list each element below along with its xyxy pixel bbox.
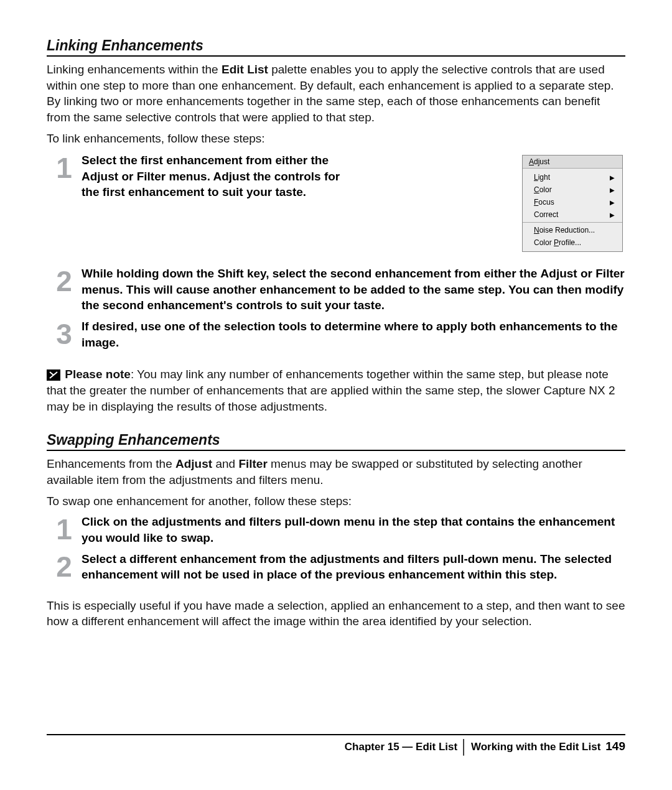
menu-header: Adjust xyxy=(523,156,622,169)
step-number-1: 1 xyxy=(47,152,82,182)
please-note-block: Please note: You may link any number of … xyxy=(47,366,625,414)
menu-item-profile: Color Profile... xyxy=(523,236,622,249)
linking-para1: Linking enhancements within the Edit Lis… xyxy=(47,62,625,126)
swapping-para1: Enhancements from the Adjust and Filter … xyxy=(47,456,625,488)
submenu-arrow-icon: ▶ xyxy=(610,199,615,206)
footer-rule xyxy=(47,734,625,735)
step1-text: Select the first enhancement from either… xyxy=(82,152,343,200)
linking-para2: To link enhancements, follow these steps… xyxy=(47,131,625,147)
menu-item-noise: Noise Reduction... xyxy=(523,224,622,236)
step3-text: If desired, use one of the selection too… xyxy=(82,318,625,350)
document-page: Linking Enhancements Linking enhancement… xyxy=(0,0,672,790)
note-icon xyxy=(47,369,60,381)
menu-item-light: Light▶ xyxy=(523,171,622,184)
step2-text: While holding down the Shift key, select… xyxy=(82,266,625,314)
submenu-arrow-icon: ▶ xyxy=(610,211,615,218)
swap-step2-text: Select a different enhancement from the … xyxy=(82,551,625,583)
menu-item-focus: Focus▶ xyxy=(523,196,622,208)
swap-step2-row: 2 Select a different enhancement from th… xyxy=(47,551,625,583)
step-number-2: 2 xyxy=(47,266,82,295)
step3-row: 3 If desired, use one of the selection t… xyxy=(47,318,625,350)
menu-items-group1: Light▶ Color▶ Focus▶ Correct▶ Noise Redu… xyxy=(523,169,622,251)
heading-swapping: Swapping Enhancements xyxy=(47,432,625,451)
submenu-arrow-icon: ▶ xyxy=(610,174,615,181)
footer-text: Chapter 15 — Edit List│Working with the … xyxy=(345,739,625,755)
swapping-para3: This is especially useful if you have ma… xyxy=(47,598,625,630)
menu-separator xyxy=(523,222,622,223)
step1-row: 1 Select the first enhancement from eith… xyxy=(47,152,625,252)
submenu-arrow-icon: ▶ xyxy=(610,187,615,193)
menu-item-color: Color▶ xyxy=(523,184,622,196)
step2-row: 2 While holding down the Shift key, sele… xyxy=(47,266,625,314)
menu-item-correct: Correct▶ xyxy=(523,208,622,221)
swap-step1-text: Click on the adjustments and filters pul… xyxy=(82,514,625,546)
swap-step-number-2: 2 xyxy=(47,551,82,581)
adjust-menu-figure: Adjust Light▶ Color▶ Focus▶ Correct▶ Noi… xyxy=(522,155,623,252)
step-number-3: 3 xyxy=(47,318,82,348)
swap-step-number-1: 1 xyxy=(47,514,82,544)
heading-linking: Linking Enhancements xyxy=(47,37,625,57)
swap-step1-row: 1 Click on the adjustments and filters p… xyxy=(47,514,625,546)
swapping-para2: To swap one enhancement for another, fol… xyxy=(47,493,625,509)
